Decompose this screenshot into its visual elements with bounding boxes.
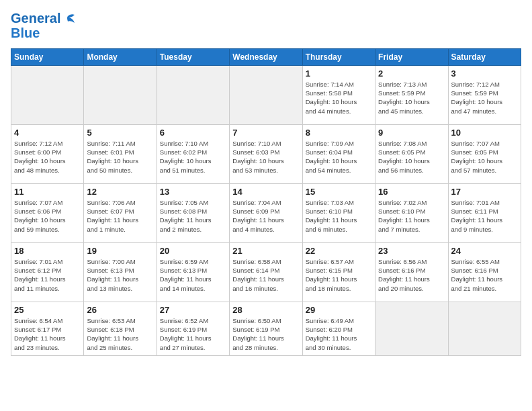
calendar-cell: 23Sunrise: 6:56 AM Sunset: 6:16 PM Dayli… <box>375 242 448 302</box>
day-info: Sunrise: 6:50 AM Sunset: 6:19 PM Dayligh… <box>232 316 299 352</box>
week-row-3: 11Sunrise: 7:07 AM Sunset: 6:06 PM Dayli… <box>11 183 521 242</box>
day-number: 8 <box>306 128 372 138</box>
day-info: Sunrise: 7:01 AM Sunset: 6:11 PM Dayligh… <box>451 198 518 234</box>
day-number: 28 <box>232 305 299 315</box>
day-number: 18 <box>14 246 81 256</box>
day-number: 7 <box>232 128 299 138</box>
day-number: 19 <box>87 246 153 256</box>
calendar-cell: 20Sunrise: 6:59 AM Sunset: 6:13 PM Dayli… <box>157 242 229 302</box>
day-info: Sunrise: 7:06 AM Sunset: 6:07 PM Dayligh… <box>87 198 153 234</box>
calendar-cell: 11Sunrise: 7:07 AM Sunset: 6:06 PM Dayli… <box>11 183 84 242</box>
day-info: Sunrise: 7:08 AM Sunset: 6:05 PM Dayligh… <box>378 139 445 175</box>
day-number: 1 <box>306 68 372 79</box>
day-info: Sunrise: 7:04 AM Sunset: 6:09 PM Dayligh… <box>232 198 299 234</box>
week-row-2: 4Sunrise: 7:12 AM Sunset: 6:00 PM Daylig… <box>11 124 521 183</box>
day-info: Sunrise: 6:53 AM Sunset: 6:18 PM Dayligh… <box>87 316 153 352</box>
day-info: Sunrise: 7:07 AM Sunset: 6:05 PM Dayligh… <box>451 139 518 175</box>
calendar-cell <box>84 65 157 124</box>
day-info: Sunrise: 7:10 AM Sunset: 6:02 PM Dayligh… <box>160 139 226 175</box>
calendar-cell: 5Sunrise: 7:11 AM Sunset: 6:01 PM Daylig… <box>84 124 157 183</box>
calendar-cell: 15Sunrise: 7:03 AM Sunset: 6:10 PM Dayli… <box>302 183 375 242</box>
day-info: Sunrise: 6:57 AM Sunset: 6:15 PM Dayligh… <box>306 257 372 293</box>
day-number: 9 <box>378 128 445 138</box>
day-number: 27 <box>160 305 226 315</box>
calendar-cell: 9Sunrise: 7:08 AM Sunset: 6:05 PM Daylig… <box>375 124 448 183</box>
calendar-cell: 1Sunrise: 7:14 AM Sunset: 5:58 PM Daylig… <box>302 65 375 124</box>
day-header-monday: Monday <box>84 48 157 65</box>
calendar-cell <box>11 65 84 124</box>
day-number: 13 <box>160 187 226 197</box>
day-number: 6 <box>160 128 226 138</box>
logo-general: General <box>11 11 60 26</box>
calendar-cell <box>157 65 229 124</box>
day-info: Sunrise: 6:55 AM Sunset: 6:16 PM Dayligh… <box>451 257 518 293</box>
calendar-cell <box>375 302 448 355</box>
calendar-cell: 2Sunrise: 7:13 AM Sunset: 5:59 PM Daylig… <box>375 65 448 124</box>
day-info: Sunrise: 6:52 AM Sunset: 6:19 PM Dayligh… <box>160 316 226 352</box>
calendar-cell: 4Sunrise: 7:12 AM Sunset: 6:00 PM Daylig… <box>11 124 84 183</box>
calendar-cell: 6Sunrise: 7:10 AM Sunset: 6:02 PM Daylig… <box>157 124 229 183</box>
calendar-cell: 13Sunrise: 7:05 AM Sunset: 6:08 PM Dayli… <box>157 183 229 242</box>
day-number: 14 <box>232 187 299 197</box>
day-info: Sunrise: 7:14 AM Sunset: 5:58 PM Dayligh… <box>306 80 372 116</box>
day-number: 21 <box>232 246 299 256</box>
page-header: General Blue <box>11 11 521 40</box>
calendar-cell: 22Sunrise: 6:57 AM Sunset: 6:15 PM Dayli… <box>302 242 375 302</box>
calendar-cell: 14Sunrise: 7:04 AM Sunset: 6:09 PM Dayli… <box>230 183 302 242</box>
day-number: 11 <box>14 187 81 197</box>
day-number: 20 <box>160 246 226 256</box>
calendar-cell: 7Sunrise: 7:10 AM Sunset: 6:03 PM Daylig… <box>230 124 302 183</box>
week-row-1: 1Sunrise: 7:14 AM Sunset: 5:58 PM Daylig… <box>11 65 521 124</box>
day-info: Sunrise: 7:12 AM Sunset: 6:00 PM Dayligh… <box>14 139 81 175</box>
day-header-sunday: Sunday <box>11 48 84 65</box>
day-info: Sunrise: 7:01 AM Sunset: 6:12 PM Dayligh… <box>14 257 81 293</box>
day-header-friday: Friday <box>375 48 448 65</box>
logo-text: General <box>11 11 77 27</box>
calendar-table: SundayMondayTuesdayWednesdayThursdayFrid… <box>11 48 521 356</box>
calendar-cell: 10Sunrise: 7:07 AM Sunset: 6:05 PM Dayli… <box>448 124 521 183</box>
day-info: Sunrise: 7:09 AM Sunset: 6:04 PM Dayligh… <box>306 139 372 175</box>
day-header-tuesday: Tuesday <box>157 48 229 65</box>
logo: General Blue <box>11 11 77 40</box>
calendar-cell: 28Sunrise: 6:50 AM Sunset: 6:19 PM Dayli… <box>230 302 302 355</box>
calendar-cell <box>230 65 302 124</box>
day-number: 23 <box>378 246 445 256</box>
calendar-cell: 3Sunrise: 7:12 AM Sunset: 5:59 PM Daylig… <box>448 65 521 124</box>
calendar-cell: 12Sunrise: 7:06 AM Sunset: 6:07 PM Dayli… <box>84 183 157 242</box>
day-info: Sunrise: 6:54 AM Sunset: 6:17 PM Dayligh… <box>14 316 81 352</box>
logo-bird-icon <box>61 12 76 27</box>
day-number: 2 <box>378 68 445 79</box>
calendar-cell: 19Sunrise: 7:00 AM Sunset: 6:13 PM Dayli… <box>84 242 157 302</box>
day-info: Sunrise: 7:13 AM Sunset: 5:59 PM Dayligh… <box>378 80 445 116</box>
day-info: Sunrise: 6:56 AM Sunset: 6:16 PM Dayligh… <box>378 257 445 293</box>
days-header-row: SundayMondayTuesdayWednesdayThursdayFrid… <box>11 48 521 65</box>
calendar-cell: 24Sunrise: 6:55 AM Sunset: 6:16 PM Dayli… <box>448 242 521 302</box>
day-info: Sunrise: 7:03 AM Sunset: 6:10 PM Dayligh… <box>306 198 372 234</box>
day-number: 22 <box>306 246 372 256</box>
day-number: 4 <box>14 128 81 138</box>
logo-blue: Blue <box>11 26 77 40</box>
day-info: Sunrise: 7:05 AM Sunset: 6:08 PM Dayligh… <box>160 198 226 234</box>
day-number: 5 <box>87 128 153 138</box>
day-info: Sunrise: 7:02 AM Sunset: 6:10 PM Dayligh… <box>378 198 445 234</box>
day-info: Sunrise: 7:12 AM Sunset: 5:59 PM Dayligh… <box>451 80 518 116</box>
calendar-cell: 8Sunrise: 7:09 AM Sunset: 6:04 PM Daylig… <box>302 124 375 183</box>
day-number: 16 <box>378 187 445 197</box>
day-info: Sunrise: 6:49 AM Sunset: 6:20 PM Dayligh… <box>306 316 372 352</box>
calendar-cell: 21Sunrise: 6:58 AM Sunset: 6:14 PM Dayli… <box>230 242 302 302</box>
day-info: Sunrise: 7:07 AM Sunset: 6:06 PM Dayligh… <box>14 198 81 234</box>
day-number: 15 <box>306 187 372 197</box>
day-header-thursday: Thursday <box>302 48 375 65</box>
day-info: Sunrise: 6:58 AM Sunset: 6:14 PM Dayligh… <box>232 257 299 293</box>
day-number: 17 <box>451 187 518 197</box>
calendar-cell: 17Sunrise: 7:01 AM Sunset: 6:11 PM Dayli… <box>448 183 521 242</box>
calendar-cell <box>448 302 521 355</box>
day-number: 24 <box>451 246 518 256</box>
day-number: 29 <box>306 305 372 315</box>
calendar-cell: 16Sunrise: 7:02 AM Sunset: 6:10 PM Dayli… <box>375 183 448 242</box>
calendar-cell: 29Sunrise: 6:49 AM Sunset: 6:20 PM Dayli… <box>302 302 375 355</box>
day-header-wednesday: Wednesday <box>230 48 302 65</box>
day-info: Sunrise: 7:10 AM Sunset: 6:03 PM Dayligh… <box>232 139 299 175</box>
day-info: Sunrise: 7:00 AM Sunset: 6:13 PM Dayligh… <box>87 257 153 293</box>
day-number: 12 <box>87 187 153 197</box>
